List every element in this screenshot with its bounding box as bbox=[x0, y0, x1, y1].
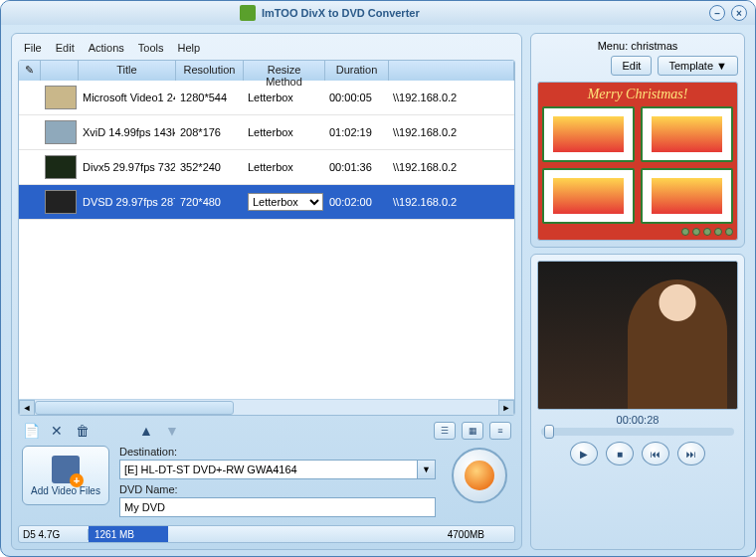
scroll-right-arrow[interactable]: ► bbox=[498, 400, 514, 416]
destination-value: [E] HL-DT-ST DVD+-RW GWA4164 bbox=[124, 464, 297, 475]
menu-actions[interactable]: Actions bbox=[89, 42, 124, 54]
add-video-label: Add Video Files bbox=[31, 485, 100, 496]
move-down-icon[interactable]: ▼ bbox=[163, 422, 181, 440]
menu-edit[interactable]: Edit bbox=[56, 42, 75, 54]
timecode: 00:00:28 bbox=[537, 414, 738, 426]
chevron-down-icon: ▼ bbox=[417, 461, 435, 478]
play-button[interactable]: ▶ bbox=[570, 442, 598, 465]
menu-thumb[interactable] bbox=[542, 106, 635, 162]
horizontal-scrollbar[interactable]: ◄ ► bbox=[19, 399, 514, 415]
pager-dot[interactable] bbox=[692, 228, 700, 236]
play-controls: ▶ ■ ⏮ ⏭ bbox=[537, 442, 738, 465]
disc-used: 1261 MB bbox=[89, 526, 168, 542]
table-header: ✎ Title Resolution Resize Method Duratio… bbox=[19, 61, 514, 81]
destination-block: Destination: [E] HL-DT-ST DVD+-RW GWA416… bbox=[119, 446, 436, 517]
pager-dot[interactable] bbox=[681, 228, 689, 236]
pager-dot[interactable] bbox=[714, 228, 722, 236]
close-button[interactable]: × bbox=[731, 5, 747, 21]
prev-button[interactable]: ⏮ bbox=[642, 442, 669, 465]
table-row[interactable]: XviD 14.99fps 143kb 208*176 Letterbox 01… bbox=[19, 115, 514, 150]
scroll-thumb[interactable] bbox=[35, 401, 234, 415]
menu-tools[interactable]: Tools bbox=[138, 42, 164, 54]
destination-combo[interactable]: [E] HL-DT-ST DVD+-RW GWA4164 ▼ bbox=[119, 460, 436, 479]
disc-total: 4700MB bbox=[448, 529, 514, 540]
col-duration[interactable]: Duration bbox=[325, 61, 389, 81]
cell-title: Divx5 29.97fps 732k bbox=[79, 159, 176, 175]
dvd-name-value: My DVD bbox=[124, 501, 165, 513]
trash-icon[interactable]: 🗑 bbox=[74, 422, 92, 440]
table-row[interactable]: Divx5 29.97fps 732k 352*240 Letterbox 00… bbox=[19, 150, 514, 185]
cell-duration: 00:02:00 bbox=[325, 194, 389, 210]
dvd-name-input[interactable]: My DVD bbox=[119, 497, 436, 517]
table-row[interactable]: Microsoft Video1 24f 1280*544 Letterbox … bbox=[19, 81, 514, 115]
col-edit-icon[interactable]: ✎ bbox=[19, 61, 41, 81]
view-detail-button[interactable]: ≡ bbox=[489, 422, 511, 440]
seek-knob[interactable] bbox=[544, 425, 554, 439]
menu-edit-button[interactable]: Edit bbox=[611, 56, 652, 76]
cell-resolution: 720*480 bbox=[176, 194, 244, 210]
app-icon bbox=[240, 5, 256, 21]
mid-toolbar: 📄 ✕ 🗑 ▲ ▼ ☰ ▦ ≡ bbox=[18, 416, 515, 444]
cell-resize: Letterbox bbox=[244, 90, 325, 105]
cell-resize[interactable]: Letterbox bbox=[244, 191, 325, 213]
menu-header: Menu: christmas bbox=[537, 40, 738, 52]
add-file-icon bbox=[52, 456, 80, 483]
cell-title: DVSD 29.97fps 2877 bbox=[79, 194, 176, 210]
cell-duration: 00:01:36 bbox=[325, 159, 389, 175]
menu-panel: Menu: christmas Edit Template ▼ Merry Ch… bbox=[530, 33, 745, 248]
dvd-name-label: DVD Name: bbox=[119, 483, 436, 495]
app-window: ImTOO DivX to DVD Converter – × File Edi… bbox=[0, 0, 756, 557]
col-title[interactable]: Title bbox=[79, 61, 176, 81]
window-title: ImTOO DivX to DVD Converter bbox=[262, 7, 420, 19]
cell-duration: 01:02:19 bbox=[325, 124, 389, 140]
cell-location: \\192.168.0.2 bbox=[389, 90, 514, 105]
scroll-left-arrow[interactable]: ◄ bbox=[19, 400, 35, 416]
menu-thumb[interactable] bbox=[542, 168, 635, 224]
col-thumb bbox=[41, 61, 79, 81]
seek-bar[interactable] bbox=[541, 428, 734, 436]
menu-thumb[interactable] bbox=[641, 106, 733, 162]
move-up-icon[interactable]: ▲ bbox=[137, 422, 155, 440]
table-body: Microsoft Video1 24f 1280*544 Letterbox … bbox=[19, 81, 514, 399]
left-panel: File Edit Actions Tools Help ✎ Title Res… bbox=[11, 33, 522, 550]
menu-help[interactable]: Help bbox=[177, 42, 200, 54]
view-grid-button[interactable]: ▦ bbox=[462, 422, 483, 440]
add-video-files-button[interactable]: Add Video Files bbox=[22, 446, 109, 505]
cell-duration: 00:00:05 bbox=[325, 90, 389, 105]
player-panel: 00:00:28 ▶ ■ ⏮ ⏭ bbox=[530, 254, 745, 550]
cell-location: \\192.168.0.2 bbox=[389, 124, 514, 140]
view-list-button[interactable]: ☰ bbox=[434, 422, 456, 440]
table-row[interactable]: DVSD 29.97fps 2877 720*480 Letterbox 00:… bbox=[19, 185, 514, 220]
minimize-button[interactable]: – bbox=[709, 5, 725, 21]
cell-title: Microsoft Video1 24f bbox=[79, 90, 176, 105]
burn-button[interactable] bbox=[452, 448, 507, 503]
cell-resize: Letterbox bbox=[244, 124, 325, 140]
cell-location: \\192.168.0.2 bbox=[389, 159, 514, 175]
remove-icon[interactable]: ✕ bbox=[48, 422, 66, 440]
cell-location: \\192.168.0.2 bbox=[389, 194, 514, 210]
disc-type[interactable]: D5 4.7G bbox=[19, 529, 89, 540]
cell-resolution: 1280*544 bbox=[176, 90, 244, 105]
pager-dot[interactable] bbox=[703, 228, 711, 236]
bottom-panel: Add Video Files Destination: [E] HL-DT-S… bbox=[18, 444, 515, 523]
cell-title: XviD 14.99fps 143kb bbox=[79, 124, 176, 140]
video-preview[interactable] bbox=[537, 261, 738, 410]
pager-dot[interactable] bbox=[725, 228, 733, 236]
menu-pager bbox=[542, 228, 733, 236]
cell-resolution: 352*240 bbox=[176, 159, 244, 175]
col-resize-method[interactable]: Resize Method bbox=[244, 61, 325, 81]
menubar: File Edit Actions Tools Help bbox=[18, 38, 515, 60]
stop-button[interactable]: ■ bbox=[606, 442, 634, 465]
menu-template-button[interactable]: Template ▼ bbox=[658, 56, 738, 76]
menu-thumb[interactable] bbox=[641, 168, 733, 224]
destination-label: Destination: bbox=[119, 446, 436, 458]
menu-preview[interactable]: Merry Christmas! bbox=[537, 82, 738, 241]
next-button[interactable]: ⏭ bbox=[677, 442, 705, 465]
new-list-icon[interactable]: 📄 bbox=[22, 422, 40, 440]
status-bar: D5 4.7G 1261 MB 4700MB bbox=[18, 525, 515, 543]
menu-file[interactable]: File bbox=[24, 42, 42, 54]
col-resolution[interactable]: Resolution bbox=[176, 61, 244, 81]
video-table: ✎ Title Resolution Resize Method Duratio… bbox=[18, 60, 515, 416]
resize-method-select[interactable]: Letterbox bbox=[248, 193, 323, 211]
col-location[interactable] bbox=[389, 61, 514, 81]
